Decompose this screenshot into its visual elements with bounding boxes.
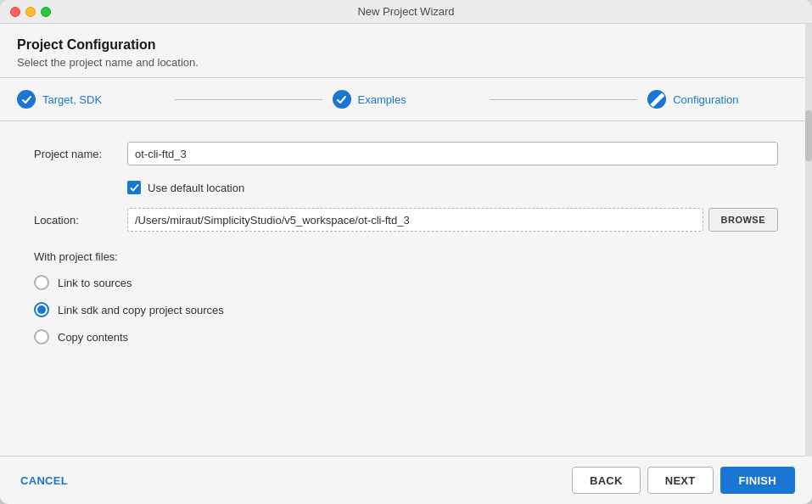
radio-copy-contents[interactable]: Copy contents — [34, 329, 778, 344]
back-button[interactable]: BACK — [572, 467, 641, 494]
window-title: New Project Wizard — [357, 5, 454, 18]
step2-check-icon — [333, 90, 351, 109]
minimize-button[interactable] — [25, 7, 36, 17]
radio-copy-contents-button[interactable] — [34, 329, 49, 344]
step1-check-icon — [17, 90, 36, 109]
main-window: New Project Wizard Project Configuration… — [0, 0, 812, 504]
footer: CANCEL BACK NEXT FINISH — [0, 456, 812, 504]
steps-bar: Target, SDK Examples Configuration — [0, 78, 812, 121]
step-connector-2 — [490, 99, 637, 100]
step-connector-1 — [175, 99, 322, 100]
step-target-sdk[interactable]: Target, SDK — [17, 90, 165, 109]
location-label: Location: — [34, 214, 127, 227]
radio-link-sdk-button[interactable] — [34, 302, 49, 317]
title-bar: New Project Wizard — [0, 0, 812, 24]
close-button[interactable] — [10, 7, 20, 17]
step-examples[interactable]: Examples — [333, 90, 480, 109]
scrollbar-track — [805, 24, 812, 456]
step2-label: Examples — [358, 93, 406, 106]
next-button[interactable]: NEXT — [647, 467, 714, 494]
default-location-container: Use default location — [127, 181, 244, 194]
step1-label: Target, SDK — [42, 93, 102, 106]
finish-button[interactable]: FINISH — [720, 467, 795, 494]
footer-right: BACK NEXT FINISH — [572, 467, 795, 494]
project-files-label: With project files: — [34, 250, 778, 263]
cancel-button[interactable]: CANCEL — [17, 469, 71, 492]
page-subtitle: Select the project name and location. — [17, 56, 795, 69]
radio-copy-contents-label: Copy contents — [58, 331, 128, 344]
footer-left: CANCEL — [17, 469, 71, 492]
project-name-label: Project name: — [34, 148, 127, 160]
browse-button[interactable]: BROWSE — [708, 208, 779, 232]
maximize-button[interactable] — [41, 7, 51, 17]
main-content: Project name: Use default location Locat… — [0, 121, 812, 456]
default-location-label: Use default location — [148, 182, 244, 194]
project-name-input[interactable] — [127, 142, 778, 165]
project-files-section: With project files: Link to sources Link… — [34, 250, 778, 344]
page-title: Project Configuration — [17, 37, 795, 53]
default-location-checkbox[interactable] — [127, 181, 141, 194]
radio-link-sdk[interactable]: Link sdk and copy project sources — [34, 302, 778, 317]
radio-link-sdk-label: Link sdk and copy project sources — [58, 304, 224, 316]
step-configuration[interactable]: Configuration — [647, 90, 795, 109]
step3-edit-icon — [647, 90, 666, 109]
radio-link-sources-button[interactable] — [34, 275, 49, 290]
project-name-row: Project name: — [34, 142, 778, 165]
location-input[interactable] — [127, 208, 703, 232]
scrollbar-thumb[interactable] — [805, 110, 812, 161]
default-location-row: Use default location — [34, 181, 778, 194]
radio-link-sources-label: Link to sources — [58, 277, 132, 289]
header: Project Configuration Select the project… — [0, 24, 812, 78]
step3-label: Configuration — [673, 93, 738, 106]
location-row: Location: BROWSE — [34, 208, 778, 232]
radio-link-sdk-inner — [37, 305, 46, 314]
radio-link-sources[interactable]: Link to sources — [34, 275, 778, 290]
traffic-lights — [10, 7, 51, 17]
